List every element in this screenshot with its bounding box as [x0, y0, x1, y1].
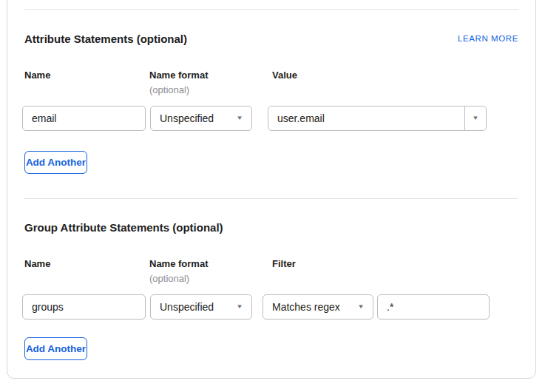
section-divider — [24, 9, 518, 10]
caret-down-icon: ▼ — [236, 115, 243, 121]
column-header-filter: Filter — [272, 258, 296, 269]
group-attribute-statements-header: Group Attribute Statements (optional) — [24, 221, 518, 234]
section-title: Attribute Statements (optional) — [24, 33, 187, 46]
caret-down-icon: ▼ — [472, 115, 479, 121]
column-header-name: Name — [24, 70, 50, 81]
caret-down-icon: ▼ — [357, 304, 365, 310]
group-filter-value-input[interactable] — [377, 294, 490, 320]
group-attribute-column-headers: Name Name format Filter — [24, 258, 518, 269]
add-another-attribute-button[interactable]: Add Another — [24, 151, 87, 174]
group-attribute-optional-note-row: (optional) — [24, 273, 518, 284]
attribute-statements-header: Attribute Statements (optional) LEARN MO… — [24, 33, 518, 46]
name-format-selected-value: Unspecified — [160, 301, 214, 313]
name-format-selected-value: Unspecified — [160, 112, 214, 124]
column-header-name-format: Name format — [149, 258, 208, 269]
name-format-optional-note: (optional) — [149, 273, 189, 284]
group-name-format-select[interactable]: Unspecified ▼ — [150, 294, 252, 320]
column-header-value: Value — [272, 70, 297, 81]
group-filter-type-select[interactable]: Matches regex ▼ — [263, 294, 373, 320]
learn-more-link[interactable]: LEARN MORE — [458, 33, 518, 44]
attribute-name-format-select[interactable]: Unspecified ▼ — [150, 106, 252, 131]
attribute-name-input[interactable] — [22, 106, 146, 131]
attribute-optional-note-row: (optional) — [24, 84, 518, 95]
section-title: Group Attribute Statements (optional) — [24, 221, 223, 234]
group-attribute-name-input[interactable] — [22, 294, 146, 320]
column-header-name: Name — [24, 258, 50, 269]
saml-settings-card: Attribute Statements (optional) LEARN MO… — [7, 0, 536, 379]
filter-type-selected-value: Matches regex — [272, 301, 340, 313]
column-header-name-format: Name format — [149, 70, 208, 81]
attribute-column-headers: Name Name format Value — [24, 70, 518, 81]
caret-down-icon: ▼ — [236, 304, 243, 310]
name-format-optional-note: (optional) — [149, 84, 189, 95]
section-divider — [24, 198, 518, 199]
attribute-value-dropdown-button[interactable]: ▼ — [464, 107, 486, 130]
attribute-value-combobox: ▼ — [268, 106, 487, 131]
attribute-row: Unspecified ▼ ▼ — [24, 106, 518, 131]
attribute-value-input[interactable] — [268, 107, 464, 130]
add-another-group-attribute-button[interactable]: Add Another — [24, 337, 87, 360]
group-attribute-row: Unspecified ▼ Matches regex ▼ — [24, 294, 518, 320]
